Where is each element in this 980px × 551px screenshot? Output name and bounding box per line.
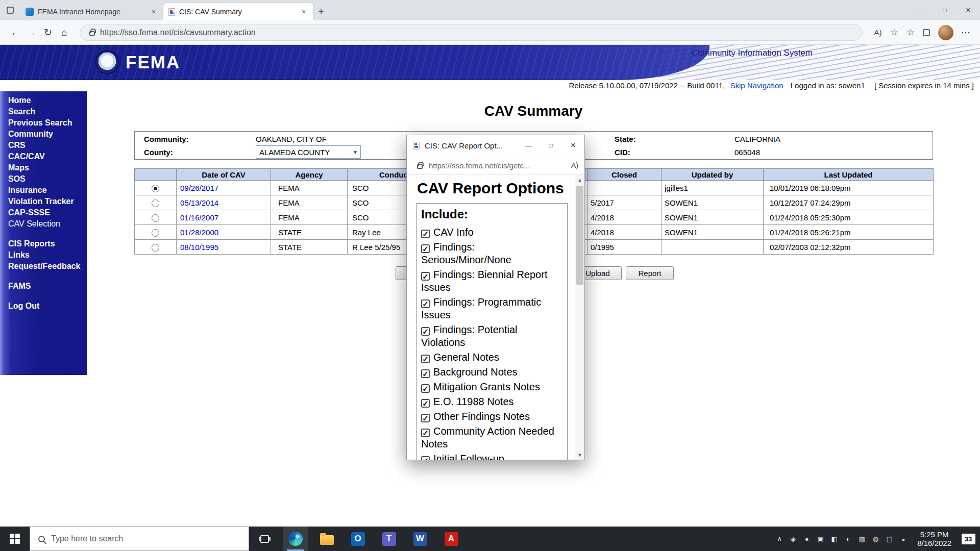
popup-address-bar[interactable]: https://sso.fema.net/cis/getc... A) (407, 156, 584, 175)
forward-button[interactable]: → (23, 27, 40, 38)
sidebar-link[interactable]: CAP-SSSE (8, 207, 87, 218)
scroll-down-icon[interactable]: ▼ (575, 450, 584, 460)
taskbar-teams-icon[interactable]: T (377, 527, 401, 551)
read-aloud-icon[interactable]: A) (571, 161, 578, 169)
county-select[interactable]: ALAMEDA COUNTY ▼ (256, 145, 361, 159)
popup-close-button[interactable]: × (562, 135, 584, 156)
profile-avatar[interactable] (938, 25, 953, 40)
new-tab-button[interactable]: + (313, 4, 329, 19)
tray-show-hidden-icons-button[interactable]: ∧ (773, 535, 786, 542)
tray-icon[interactable]: ◧ (827, 535, 841, 543)
cav-date-link[interactable]: 09/26/2017 (180, 184, 218, 192)
sidebar-link[interactable]: Maps (8, 162, 87, 173)
sidebar-link[interactable]: SOS (8, 173, 87, 185)
option-checkbox[interactable]: ✓ (421, 355, 430, 363)
closed-cell: 5/2017 (587, 195, 662, 210)
sidebar-link[interactable]: Community (8, 129, 87, 140)
cav-date-link[interactable]: 05/13/2014 (180, 198, 218, 207)
tray-icon[interactable]: ◒ (896, 535, 910, 543)
tray-icon[interactable]: ◈ (786, 535, 800, 543)
tab-close-icon[interactable]: × (149, 7, 158, 16)
tray-icon[interactable]: ● (800, 535, 814, 543)
start-button[interactable] (0, 527, 30, 551)
option-checkbox[interactable]: ✓ (421, 399, 430, 408)
row-select-radio[interactable] (152, 229, 159, 237)
taskbar-clock[interactable]: 5:25 PM 8/16/2022 (917, 530, 951, 547)
popup-scrollbar[interactable]: ▲ ▼ (575, 175, 584, 460)
option-checkbox[interactable]: ✓ (421, 429, 430, 437)
option-checkbox[interactable]: ✓ (421, 414, 430, 422)
home-button[interactable]: ⌂ (56, 27, 72, 38)
option-checkbox[interactable]: ✓ (421, 327, 430, 336)
sidebar-link[interactable]: Home (8, 95, 87, 106)
tray-icon[interactable]: ◍ (869, 535, 883, 543)
check-icon: ✓ (422, 370, 429, 378)
search-input[interactable] (51, 534, 249, 543)
collections-icon[interactable] (923, 29, 930, 36)
agency-cell: STATE (271, 225, 348, 240)
cav-date-link[interactable]: 01/28/2000 (180, 228, 218, 237)
taskbar-edge-icon[interactable] (283, 527, 308, 551)
option-checkbox[interactable]: ✓ (421, 272, 430, 281)
tab-fema-intranet[interactable]: FEMA Intranet Homepage × (20, 3, 163, 20)
popup-title-bar[interactable]: CIS: CAV Report Opt... — □ × (407, 135, 584, 156)
back-button[interactable]: ← (7, 27, 23, 38)
address-bar[interactable]: https://sso.fema.net/cis/cavsummary.acti… (80, 24, 863, 41)
sidebar-link[interactable]: Log Out (8, 300, 87, 312)
row-select-radio[interactable] (152, 199, 159, 207)
tab-cav-summary[interactable]: CIS: CAV Summary × (163, 3, 313, 20)
refresh-button[interactable]: ↻ (40, 27, 56, 38)
action-center-button[interactable]: 33 (957, 527, 980, 551)
tab-actions-button[interactable] (0, 0, 20, 20)
settings-menu-icon[interactable]: ⋯ (958, 27, 974, 38)
sidebar-link[interactable]: Request/Feedback (8, 261, 87, 272)
sidebar-link[interactable]: Insurance (8, 185, 87, 196)
row-select-radio[interactable] (152, 214, 159, 222)
taskbar-explorer-icon[interactable] (314, 527, 339, 551)
sidebar-link[interactable]: FAMS (8, 281, 87, 292)
option-checkbox[interactable]: ✓ (421, 369, 430, 378)
favorites-icon[interactable]: ☆ (902, 27, 919, 38)
scroll-up-icon[interactable]: ▲ (575, 175, 584, 185)
option-checkbox[interactable]: ✓ (421, 384, 430, 393)
taskbar-acrobat-icon[interactable]: A (439, 527, 463, 551)
sidebar-link[interactable]: Violation Tracker (8, 196, 87, 207)
window-close-button[interactable]: × (957, 0, 980, 20)
task-view-button[interactable] (252, 527, 277, 551)
tray-icon[interactable]: ▥ (855, 535, 869, 543)
tray-icon[interactable]: ▣ (814, 535, 827, 543)
tray-icon[interactable]: ◐ (841, 535, 855, 543)
sidebar-link[interactable]: CAV Selection (8, 218, 87, 230)
read-aloud-icon[interactable]: A) (870, 28, 886, 37)
add-favorite-icon[interactable]: ☆ (886, 27, 902, 38)
taskbar-search[interactable] (30, 527, 249, 551)
cav-date-link[interactable]: 08/10/1995 (180, 243, 218, 252)
option-checkbox[interactable]: ✓ (421, 244, 430, 253)
option-label: Background Notes (433, 366, 518, 378)
skip-navigation-link[interactable]: Skip Navigation (730, 81, 783, 90)
sidebar-link[interactable]: CRS (8, 140, 87, 151)
row-select-radio[interactable] (152, 185, 159, 192)
taskbar-outlook-icon[interactable]: O (346, 527, 370, 551)
updated-by-cell (662, 240, 764, 255)
sidebar-link[interactable]: Search (8, 106, 87, 117)
sidebar-link[interactable]: Previous Search (8, 117, 87, 129)
window-maximize-button[interactable]: □ (933, 0, 957, 20)
popup-minimize-button[interactable]: — (517, 135, 540, 156)
option-label: E.O. 11988 Notes (433, 396, 514, 407)
report-button[interactable]: Report (626, 266, 674, 280)
tab-close-icon[interactable]: × (299, 7, 308, 16)
row-select-radio[interactable] (152, 244, 159, 252)
option-checkbox[interactable]: ✓ (421, 456, 430, 460)
sidebar-link[interactable]: CAC/CAV (8, 151, 87, 162)
option-checkbox[interactable]: ✓ (421, 299, 430, 308)
scrollbar-thumb[interactable] (576, 186, 583, 285)
sidebar-link[interactable]: Links (8, 249, 87, 261)
window-minimize-button[interactable]: — (910, 0, 933, 20)
popup-maximize-button[interactable]: □ (540, 135, 562, 156)
tray-icon[interactable]: ▤ (883, 535, 896, 543)
taskbar-word-icon[interactable]: W (408, 527, 432, 551)
option-checkbox[interactable]: ✓ (421, 230, 430, 238)
cav-date-link[interactable]: 01/16/2007 (180, 213, 218, 222)
sidebar-link[interactable]: CIS Reports (8, 238, 87, 249)
